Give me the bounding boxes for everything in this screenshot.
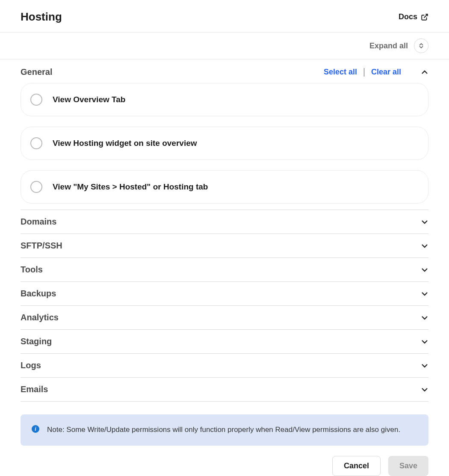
save-button[interactable]: Save	[388, 456, 428, 476]
section-header-staging[interactable]: Staging	[21, 330, 428, 354]
section-title: Emails	[21, 384, 48, 394]
section-header-emails[interactable]: Emails	[21, 378, 428, 402]
footer-actions: Cancel Save	[0, 446, 449, 476]
svg-line-0	[424, 14, 428, 18]
expand-button[interactable]	[421, 314, 428, 322]
expand-button[interactable]	[421, 386, 428, 393]
chevron-down-icon	[421, 220, 428, 224]
section-header-logs[interactable]: Logs	[21, 354, 428, 378]
section-header-general: General Select all Clear all	[21, 59, 428, 83]
page-title: Hosting	[21, 10, 62, 24]
section-title: Staging	[21, 337, 52, 346]
chevron-down-icon	[421, 316, 428, 320]
chevron-up-icon	[421, 70, 428, 74]
permission-label: View "My Sites > Hosted" or Hosting tab	[53, 182, 208, 192]
section-title: Logs	[21, 361, 41, 370]
info-icon: i	[32, 425, 39, 433]
expand-all-button[interactable]	[414, 38, 428, 53]
page-header: Hosting Docs	[0, 0, 449, 33]
expand-button[interactable]	[421, 266, 428, 274]
expand-all-row: Expand all	[0, 33, 449, 59]
chevron-down-icon	[421, 244, 428, 248]
action-divider	[364, 68, 364, 77]
expand-all-label: Expand all	[369, 41, 408, 50]
permission-toggle[interactable]	[30, 94, 42, 106]
chevron-down-icon	[421, 387, 428, 392]
section-actions-general: Select all Clear all	[324, 68, 428, 77]
expand-button[interactable]	[421, 218, 428, 226]
section-title: SFTP/SSH	[21, 241, 62, 251]
section-header-tools[interactable]: Tools	[21, 258, 428, 282]
section-title: Domains	[21, 217, 56, 227]
docs-link[interactable]: Docs	[399, 12, 428, 21]
note-box: i Note: Some Write/Update permissions wi…	[21, 414, 428, 446]
section-title-general: General	[21, 67, 52, 77]
expand-button[interactable]	[421, 242, 428, 250]
section-title: Backups	[21, 289, 56, 299]
chevron-down-icon	[421, 364, 428, 368]
chevron-down-icon	[419, 46, 423, 48]
section-header-analytics[interactable]: Analytics	[21, 306, 428, 330]
section-header-backups[interactable]: Backups	[21, 282, 428, 306]
section-title: Analytics	[21, 313, 59, 322]
section-header-sftp-ssh[interactable]: SFTP/SSH	[21, 234, 428, 258]
docs-label: Docs	[399, 12, 417, 21]
external-link-icon	[421, 13, 428, 21]
clear-all-link[interactable]: Clear all	[371, 68, 401, 77]
chevron-down-icon	[421, 292, 428, 296]
section-title: Tools	[21, 265, 43, 275]
permission-toggle[interactable]	[30, 137, 42, 149]
permission-toggle[interactable]	[30, 181, 42, 193]
expand-button[interactable]	[421, 290, 428, 298]
select-all-link[interactable]: Select all	[324, 68, 357, 77]
permission-label: View Overview Tab	[53, 95, 125, 104]
content-area: General Select all Clear all View Overvi…	[0, 59, 449, 446]
note-text: Note: Some Write/Update permissions will…	[47, 424, 400, 436]
permission-item[interactable]: View Hosting widget on site overview	[21, 127, 428, 160]
permission-item[interactable]: View "My Sites > Hosted" or Hosting tab	[21, 170, 428, 204]
collapse-general-button[interactable]	[421, 68, 428, 76]
section-header-domains[interactable]: Domains	[21, 210, 428, 234]
expand-button[interactable]	[421, 338, 428, 346]
chevron-down-icon	[421, 268, 428, 272]
permission-label: View Hosting widget on site overview	[53, 139, 197, 148]
permission-list-general: View Overview Tab View Hosting widget on…	[21, 83, 428, 210]
chevron-down-icon	[421, 340, 428, 344]
expand-button[interactable]	[421, 362, 428, 370]
permission-item[interactable]: View Overview Tab	[21, 83, 428, 116]
cancel-button[interactable]: Cancel	[332, 456, 381, 476]
